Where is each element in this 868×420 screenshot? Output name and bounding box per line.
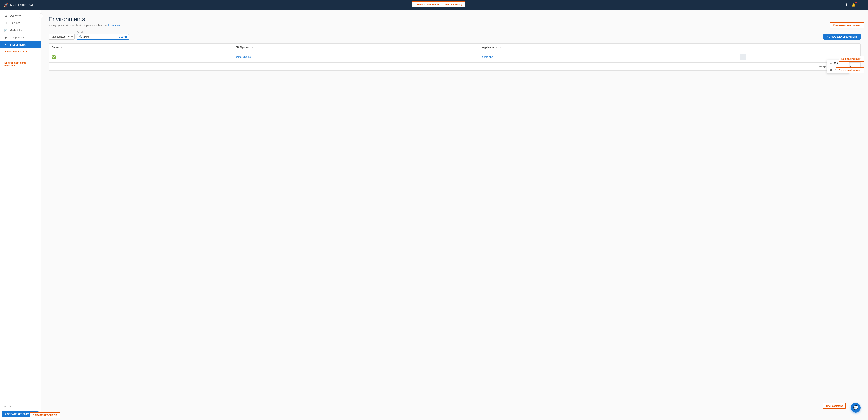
sidebar-item-pipelines[interactable]: ⊟ Pipelines (0, 19, 41, 27)
create-resource-button[interactable]: + CREATE RESOURCE (2, 411, 39, 417)
more-options-button[interactable]: ⋮ (860, 2, 864, 8)
sidebar-item-overview[interactable]: ⊞ Overview (0, 12, 41, 19)
sidebar-collapse-button[interactable]: ‹ (39, 13, 43, 18)
edit-icon[interactable]: ✏ (4, 405, 6, 408)
navbar: 🚀 KubeRocketCI ℹ 🔔 ⋮ (0, 0, 868, 10)
cd-pipeline-sort-icon: ▲▼ (250, 47, 253, 48)
col-cd-pipeline-label: CD Pipeline (236, 46, 249, 49)
col-actions (737, 43, 860, 51)
learn-more-link[interactable]: Learn more. (108, 24, 121, 27)
app-layout: ‹ ⊞ Overview ⊟ Pipelines 🛒 Marketplace ◈… (0, 10, 868, 420)
namespace-select[interactable]: Namespaces (51, 35, 70, 38)
row-applications-cell: demo-app (479, 51, 737, 62)
marketplace-icon: 🛒 (4, 28, 7, 32)
row-status-cell: ✅ (49, 51, 232, 62)
navbar-actions: ℹ 🔔 ⋮ (845, 2, 864, 8)
delete-menu-item[interactable]: 🗑 Delete (827, 67, 849, 73)
sidebar-bottom: ✏ ⚙ (0, 401, 41, 411)
create-environment-button[interactable]: + CREATE ENVIRONMENT (824, 34, 861, 40)
sidebar-nav: ⊞ Overview ⊟ Pipelines 🛒 Marketplace ◈ C… (0, 10, 41, 401)
table-body: ✅ demo-pipeline demo-app ⋮ (49, 51, 860, 62)
col-cd-pipeline[interactable]: CD Pipeline ▲▼ (232, 43, 479, 51)
app-title: KubeRocketCI (10, 3, 33, 7)
sidebar-item-environments-label: Environments (10, 43, 26, 46)
delete-menu-icon: 🗑 (830, 68, 833, 71)
search-input[interactable] (84, 35, 118, 38)
status-success-icon: ✅ (52, 55, 56, 59)
applications-link[interactable]: demo-app (482, 56, 493, 58)
configuration-icon: ⚙ (4, 50, 7, 54)
edit-menu-label: Edit (834, 62, 838, 65)
sidebar-item-pipelines-label: Pipelines (10, 22, 20, 25)
settings-icon[interactable]: ⚙ (8, 405, 11, 408)
subtitle-text: Manage your environments with deployed a… (49, 24, 108, 27)
applications-sort-icon: ▲▼ (498, 47, 501, 48)
notification-badge (855, 2, 857, 3)
sidebar-item-environments[interactable]: ≡ Environments (0, 41, 41, 48)
environments-icon: ≡ (4, 43, 7, 46)
sidebar: ‹ ⊞ Overview ⊟ Pipelines 🛒 Marketplace ◈… (0, 10, 41, 420)
col-status-label: Status (52, 46, 59, 49)
annotation-chat-assistant: Chat assistant (823, 403, 846, 409)
search-group: Search 🔍 CLEAR (77, 31, 129, 40)
row-actions-cell: ⋮ ✏ Edit 🗑 Delete (737, 51, 860, 62)
edit-menu-item[interactable]: ✏ Edit (827, 60, 849, 67)
environments-table-container: Status ▲▼ CD Pipeline ▲▼ Applications ▲▼ (49, 43, 861, 71)
edit-menu-icon: ✏ (830, 62, 832, 65)
context-menu: ✏ Edit 🗑 Delete (827, 60, 849, 73)
table-footer: Rows per page: 5 10 25 1-1 ‹ › (49, 62, 860, 70)
table-row: ✅ demo-pipeline demo-app ⋮ (49, 51, 860, 62)
delete-menu-label: Delete (834, 68, 842, 71)
chat-assistant-button[interactable]: 💬 (851, 403, 861, 413)
cd-pipeline-link[interactable]: demo-pipeline (236, 56, 251, 58)
table-header: Status ▲▼ CD Pipeline ▲▼ Applications ▲▼ (49, 43, 860, 51)
sidebar-item-configuration-label: Configuration (10, 51, 25, 54)
sidebar-item-marketplace-label: Marketplace (10, 29, 24, 32)
filter-bar: Namespaces ▾ Search 🔍 CLEAR + CREATE ENV… (49, 31, 861, 40)
namespace-select-wrapper[interactable]: Namespaces ▾ (49, 34, 75, 40)
main-content: Environments Manage your environments wi… (41, 10, 868, 420)
sidebar-item-overview-label: Overview (10, 14, 21, 17)
sidebar-item-components[interactable]: ◈ Components (0, 34, 41, 41)
page-title: Environments (49, 16, 861, 23)
dropdown-arrow-icon: ▾ (71, 35, 73, 38)
rocket-icon: 🚀 (4, 3, 8, 7)
create-resource-label: + CREATE RESOURCE (5, 413, 31, 416)
col-status[interactable]: Status ▲▼ (49, 43, 232, 51)
info-button[interactable]: ℹ (845, 2, 848, 8)
col-applications-label: Applications (482, 46, 497, 49)
search-icon: 🔍 (79, 35, 82, 38)
sidebar-item-marketplace[interactable]: 🛒 Marketplace (0, 27, 41, 34)
components-icon: ◈ (4, 36, 7, 39)
chat-icon: 💬 (853, 405, 858, 410)
namespace-filter-group: Namespaces ▾ (49, 34, 75, 40)
sidebar-item-configuration[interactable]: ⚙ Configuration (0, 48, 41, 56)
search-label: Search (77, 31, 129, 33)
notifications-button[interactable]: 🔔 (851, 2, 857, 8)
environments-table: Status ▲▼ CD Pipeline ▲▼ Applications ▲▼ (49, 43, 860, 62)
overview-icon: ⊞ (4, 14, 7, 18)
pipelines-icon: ⊟ (4, 21, 7, 25)
search-input-wrapper: 🔍 CLEAR (77, 34, 129, 40)
status-sort-icon: ▲▼ (61, 47, 63, 48)
col-applications[interactable]: Applications ▲▼ (479, 43, 737, 51)
clear-button[interactable]: CLEAR (119, 35, 127, 38)
pagination-prev-button[interactable]: ‹ (854, 65, 855, 68)
page-subtitle: Manage your environments with deployed a… (49, 24, 861, 27)
pagination-next-button[interactable]: › (857, 65, 857, 68)
navbar-brand: 🚀 KubeRocketCI (4, 3, 845, 7)
sidebar-item-components-label: Components (10, 36, 25, 39)
row-cd-pipeline-cell: demo-pipeline (232, 51, 479, 62)
row-menu-button[interactable]: ⋮ (740, 54, 746, 60)
